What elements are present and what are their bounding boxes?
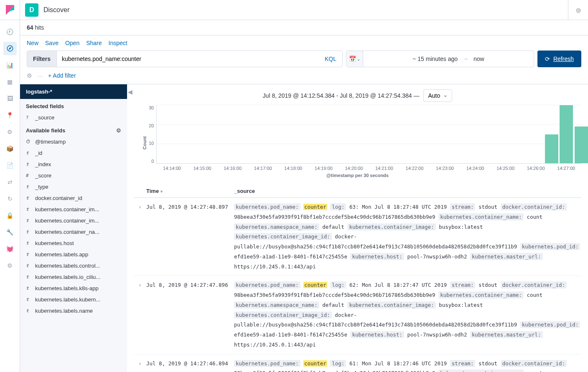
expand-row-icon[interactable]: › (134, 280, 146, 349)
histogram-bar[interactable] (575, 127, 588, 163)
refresh-icon: ⟳ (545, 56, 550, 62)
nav-monitoring-icon[interactable]: 💓 (3, 242, 17, 256)
source-key: kubernetes.container_image_id: (234, 311, 332, 319)
field-item[interactable]: kubernetes.labels.control... (20, 260, 127, 271)
interval-select[interactable]: Auto (423, 89, 452, 102)
source-value: counter (303, 282, 327, 288)
kibana-logo[interactable] (0, 0, 20, 20)
field-item[interactable]: kubernetes.labels.app (20, 249, 127, 260)
nav-management-icon[interactable]: ⚙ (3, 259, 17, 272)
nav-infra-icon[interactable]: 📦 (3, 142, 17, 155)
source-value: busybox:latest (439, 224, 483, 230)
field-item[interactable]: _id (20, 147, 127, 159)
source-key: stream: (450, 360, 476, 367)
nav-devtools-icon[interactable]: 🔧 (3, 225, 17, 239)
source-key: kubernetes.namespace_name: (234, 301, 319, 309)
toolbar-link-inspect[interactable]: Inspect (109, 40, 127, 46)
field-item[interactable]: kubernetes.container_im... (20, 215, 127, 226)
source-key: kubernetes.pod_id: (520, 243, 580, 250)
field-item[interactable]: kubernetes.labels.kubern... (20, 294, 127, 305)
field-name: _source (35, 114, 54, 121)
source-key: log: (330, 281, 346, 288)
histogram-chart[interactable]: Count 3020100 14:14:0014:15:0014:16:0014… (142, 105, 581, 172)
left-nav: 🕘 📊 ▦ 🖼 📍 ⚙ 📦 📄 ⇄ ↻ 🔒 🔧 💓 ⚙ (0, 20, 20, 372)
field-settings-icon[interactable]: ⚙ (116, 127, 121, 134)
histogram-bar[interactable] (560, 105, 573, 163)
nav-canvas-icon[interactable]: 🖼 (3, 92, 17, 105)
app-badge: D (25, 3, 38, 17)
toolbar-link-open[interactable]: Open (65, 40, 79, 46)
query-lang-toggle[interactable]: KQL (319, 56, 342, 62)
y-axis-label: Count (142, 105, 147, 172)
available-fields-header: Available fields (26, 127, 65, 134)
toolbar-link-share[interactable]: Share (86, 40, 102, 46)
field-item[interactable]: _index (20, 159, 127, 170)
query-bar: Filters KQL (27, 51, 343, 67)
filter-settings-icon[interactable]: ⚙ (27, 72, 32, 79)
page-title: Discover (43, 6, 568, 14)
collapse-sidebar-icon[interactable]: ◀ (128, 89, 132, 95)
hits-count: 64 (27, 24, 33, 31)
nav-dashboard-icon[interactable]: ▦ (3, 75, 17, 89)
source-value: efd1ee59-a1ad-11e9-8401-f6147c25455e (234, 332, 347, 338)
source-value: default (322, 224, 344, 230)
source-key: kubernetes.master_url: (470, 253, 543, 260)
source-key: kubernetes.pod_id: (520, 321, 580, 328)
field-type-icon (26, 207, 32, 212)
nav-uptime-icon[interactable]: ↻ (3, 192, 17, 205)
toolbar-link-save[interactable]: Save (45, 40, 59, 46)
nav-maps-icon[interactable]: 📍 (3, 109, 17, 122)
expand-row-icon[interactable]: › (134, 202, 146, 271)
doc-time: Jul 8, 2019 @ 14:27:47.896 (146, 280, 234, 349)
nav-logs-icon[interactable]: 📄 (3, 159, 17, 172)
field-type-icon (26, 184, 32, 190)
field-name: kubernetes.container_im... (35, 206, 99, 213)
fullscreen-icon[interactable]: ◎ (568, 0, 588, 20)
nav-discover-icon[interactable] (3, 42, 17, 55)
nav-visualize-icon[interactable]: 📊 (3, 58, 17, 72)
field-item[interactable]: @timestamp (20, 136, 127, 147)
field-item[interactable]: kubernetes.container_na... (20, 226, 127, 238)
expand-row-icon[interactable]: › (134, 359, 146, 372)
query-input[interactable] (57, 56, 319, 62)
col-source-header[interactable]: _source (234, 188, 581, 194)
doc-time: Jul 8, 2019 @ 14:27:48.897 (146, 202, 234, 271)
add-filter-link[interactable]: + Add filter (48, 72, 76, 79)
source-value: stdout (479, 204, 497, 210)
col-time-header[interactable]: Time ▾ (146, 188, 234, 194)
date-picker[interactable]: 📅 ⌄ ~ 15 minutes ago → now (346, 51, 534, 67)
field-type-icon (26, 252, 32, 257)
field-item[interactable]: kubernetes.labels.io_ciliu... (20, 271, 127, 283)
field-item[interactable]: kubernetes.labels.name (20, 305, 127, 316)
nav-recent-icon[interactable]: 🕘 (3, 25, 17, 38)
source-value: counter (303, 360, 327, 367)
source-value: 98beea3f30e5fa9939f91f8bf1eb7cccdef5be4c… (234, 292, 435, 298)
doc-source: kubernetes.pod_name: counter log: 62: Mo… (234, 280, 581, 349)
source-key: kubernetes.container_name: (438, 369, 524, 372)
source-value: https://10.245.0.1:443/api (234, 263, 316, 270)
index-pattern-selector[interactable]: logstash-* (20, 84, 127, 99)
field-item[interactable]: docker.container_id (20, 192, 127, 204)
source-key: kubernetes.master_url: (470, 331, 543, 338)
field-item[interactable]: _type (20, 181, 127, 192)
histogram-bar[interactable] (545, 134, 558, 164)
svg-point-0 (7, 46, 13, 51)
field-item[interactable]: kubernetes.host (20, 238, 127, 249)
field-item[interactable]: _score (20, 170, 127, 181)
refresh-button[interactable]: ⟳ Refresh (537, 51, 581, 67)
source-value: stdout (479, 282, 497, 288)
source-key: kubernetes.container_image: (347, 223, 435, 230)
arrow-right-icon: → (463, 56, 468, 62)
field-item[interactable]: _source (20, 112, 127, 123)
toolbar-link-new[interactable]: New (27, 40, 38, 46)
field-type-icon (26, 150, 32, 156)
filters-label: Filters (27, 51, 57, 67)
field-name: _score (35, 172, 51, 179)
nav-siem-icon[interactable]: 🔒 (3, 209, 17, 222)
field-item[interactable]: kubernetes.labels.k8s-app (20, 283, 127, 294)
calendar-icon[interactable]: 📅 ⌄ (346, 51, 363, 67)
nav-apm-icon[interactable]: ⇄ (3, 175, 17, 189)
field-item[interactable]: kubernetes.container_im... (20, 204, 127, 215)
nav-ml-icon[interactable]: ⚙ (3, 125, 17, 139)
field-type-icon (26, 308, 32, 314)
